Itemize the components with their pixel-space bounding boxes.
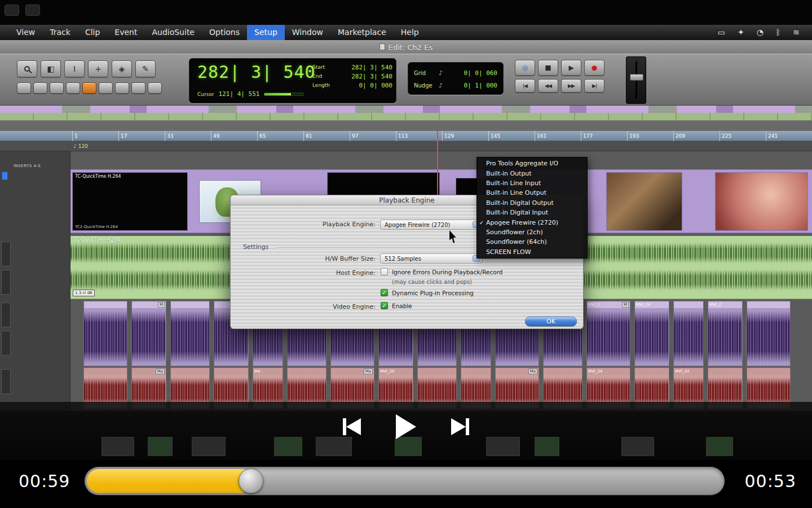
track-header-block[interactable]	[1, 303, 11, 327]
fader-knob[interactable]	[630, 74, 643, 81]
ok-button[interactable]: OK	[525, 317, 577, 326]
selector-tool-button[interactable]: I	[64, 60, 85, 77]
clip-gain-badge[interactable]: 1.3 cl dB	[73, 290, 95, 296]
menu-item[interactable]: Event	[107, 25, 144, 40]
mute-badge[interactable]: Ma	[156, 369, 165, 374]
nudge-value[interactable]: 0| 1| 000	[464, 82, 497, 89]
transport-nav-button[interactable]: |◀	[515, 79, 535, 93]
mini-tool-button[interactable]	[148, 82, 162, 94]
menu-item[interactable]: Marketplace	[330, 25, 394, 40]
ignore-errors-checkbox[interactable]	[381, 268, 388, 275]
menu-option[interactable]: Soundflower (2ch)	[477, 227, 587, 237]
mini-tool-button[interactable]	[66, 82, 80, 94]
nudge-row[interactable]: Nudge ♪ 0| 1| 000	[414, 79, 497, 91]
grid-row[interactable]: Grid ♪ 0| 0| 060	[414, 67, 497, 79]
menu-item[interactable]: AudioSuite	[144, 25, 202, 40]
menu-option[interactable]: Built-in Line Input	[477, 178, 587, 188]
grid-value[interactable]: 0| 0| 060	[464, 69, 497, 77]
audio-clip[interactable]: MVI_2	[708, 301, 743, 366]
track-header-block[interactable]	[1, 242, 11, 266]
audio-clip[interactable]	[170, 301, 210, 366]
track-select-indicator[interactable]	[2, 172, 8, 180]
output-fader[interactable]	[626, 56, 646, 104]
track-header-block[interactable]	[1, 331, 11, 356]
menu-option[interactable]: Built-in Output	[477, 168, 587, 178]
status-icon[interactable]: ≋	[793, 25, 800, 40]
mute-badge[interactable]: Ma	[528, 369, 537, 374]
transport-button[interactable]: ■	[538, 60, 558, 76]
screen: ViewTrackClipEventAudioSuiteOptionsSetup…	[0, 0, 812, 508]
skip-forward-button[interactable]	[451, 418, 469, 435]
trim-tool-button[interactable]: ◧	[41, 60, 61, 77]
progress-bar[interactable]	[85, 467, 725, 495]
scrub-tool-button[interactable]: ◈	[112, 60, 132, 77]
transport-button[interactable]: ▶	[561, 60, 581, 76]
audio-clip[interactable]	[747, 301, 791, 366]
status-icon[interactable]: ◔	[757, 25, 764, 40]
timeline-ruler[interactable]: 1173349658197113129145161177193209225241	[0, 131, 812, 141]
buffer-popup[interactable]: 512 Samples	[380, 253, 483, 264]
audio-clip[interactable]	[673, 301, 704, 366]
app-window-icon-2[interactable]	[25, 5, 40, 16]
transport-nav-button[interactable]: ▶▶	[561, 79, 581, 93]
audio-clip[interactable]: M	[131, 301, 166, 366]
transport-button[interactable]: ◎	[515, 60, 535, 76]
skip-back-button[interactable]	[343, 418, 361, 435]
mute-badge[interactable]: M	[622, 302, 629, 308]
mini-tool-button[interactable]	[99, 82, 113, 94]
tempo-value[interactable]: 120	[78, 143, 88, 149]
app-window-icon[interactable]	[5, 5, 19, 16]
menu-item[interactable]: Track	[42, 25, 78, 40]
grabber-tool-button[interactable]: +	[88, 60, 108, 77]
menu-option[interactable]: Pro Tools Aggregate I/O	[477, 159, 587, 168]
audio-clip[interactable]: MVI_1 M	[586, 301, 630, 366]
status-icon[interactable]: ✦	[738, 25, 744, 40]
menu-item[interactable]: View	[9, 25, 42, 40]
menu-item[interactable]: Help	[394, 25, 426, 40]
mini-tool-button[interactable]	[33, 82, 47, 94]
pencil-tool-button[interactable]: ✎	[135, 60, 156, 77]
menu-option[interactable]: Built-in Digital Output	[477, 198, 587, 208]
track-header-block[interactable]	[1, 270, 11, 295]
mini-tool-button[interactable]	[50, 82, 64, 94]
status-icon[interactable]: ᛒ	[776, 25, 780, 40]
progress-handle[interactable]	[239, 468, 263, 493]
transport-nav-button[interactable]: ▶|	[584, 79, 604, 93]
transport-nav-button[interactable]: ◀◀	[538, 79, 558, 93]
status-icon[interactable]: ▭	[718, 25, 725, 40]
mini-tool-button[interactable]	[115, 82, 129, 94]
menu-item[interactable]: Window	[285, 25, 330, 40]
playhead-line[interactable]	[437, 131, 438, 195]
mute-badge[interactable]: M	[158, 302, 165, 308]
menu-option[interactable]: Soundflower (64ch)	[477, 237, 587, 247]
menu-item[interactable]: Options	[202, 25, 247, 40]
menu-option[interactable]: Built-in Digital Input	[477, 208, 587, 217]
menu-item[interactable]: Clip	[78, 25, 107, 40]
video-thumbnail[interactable]	[606, 172, 682, 231]
menu-option[interactable]: SCREEN FLOW	[477, 247, 587, 257]
play-button[interactable]	[396, 414, 416, 439]
mini-tool-button[interactable]	[17, 82, 31, 94]
tempo-ruler[interactable]: ♪ 120	[0, 141, 812, 151]
audio-clip[interactable]	[83, 301, 127, 366]
mini-tool-button[interactable]	[82, 82, 96, 94]
window-title-bar[interactable]: Edit: Ch2 Es	[0, 40, 812, 54]
video-enable-checkbox[interactable]: ✓	[381, 302, 388, 309]
transport-button[interactable]: ●	[584, 60, 604, 76]
track-header-block[interactable]	[1, 369, 11, 394]
menu-option[interactable]: ✓ Apogee Firewire (2720)	[477, 217, 587, 227]
dynamic-plugin-checkbox[interactable]: ✓	[381, 289, 388, 296]
zoom-tool-button[interactable]	[17, 60, 37, 77]
mute-badge[interactable]: Ma	[364, 369, 373, 374]
main-counter[interactable]: 282| 3| 540 Cursor 121| 4| 551 Start 282…	[189, 58, 396, 103]
menu-option[interactable]: Built-in Line Output	[477, 188, 587, 198]
video-clip[interactable]: TC-QuickTime H.264 TC2-QuickTime H.264	[72, 172, 188, 231]
audio-clip[interactable]: MVI_24	[634, 301, 669, 366]
engine-popup[interactable]: Apogee Firewire (2720)	[380, 220, 483, 230]
note-icon: ♪	[439, 69, 443, 77]
document-icon	[379, 43, 385, 50]
menu-item[interactable]: Setup	[247, 25, 285, 40]
mini-tool-button[interactable]	[131, 82, 145, 94]
main-counter-value[interactable]: 282| 3| 540	[197, 62, 316, 82]
video-thumbnail[interactable]	[715, 172, 808, 231]
